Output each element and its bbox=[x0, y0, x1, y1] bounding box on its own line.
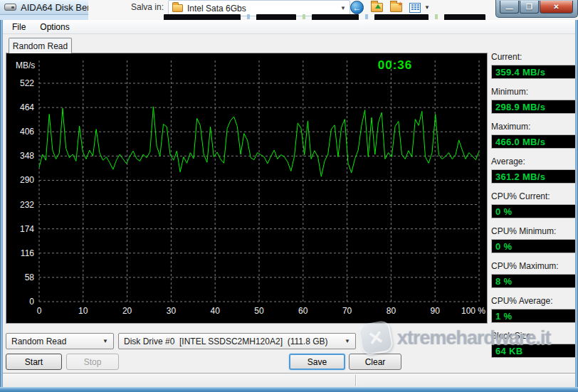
screen: Salva in: Intel Sata 6Gbs ▼ ← ✶ ▼ AIDA64… bbox=[0, 0, 578, 392]
stat-label: CPU% Minimum: bbox=[491, 226, 576, 237]
stat-value: 8 % bbox=[491, 274, 576, 288]
stat-cpu-minimum: CPU% Minimum: 0 % bbox=[491, 226, 576, 253]
window-title: AIDA64 Disk Bench bbox=[21, 2, 88, 13]
test-type-value: Random Read bbox=[11, 337, 66, 346]
stat-label: Minimum: bbox=[491, 87, 576, 97]
chart-y-axis-unit: MB/s bbox=[16, 60, 35, 70]
menu-options[interactable]: Options bbox=[35, 21, 74, 33]
stat-label: Current: bbox=[491, 52, 576, 63]
stat-label: CPU% Average: bbox=[491, 296, 576, 307]
chevron-down-icon[interactable]: ▼ bbox=[342, 335, 353, 347]
stat-average: Average: 361.2 MB/s bbox=[491, 157, 576, 184]
up-arrow-icon bbox=[375, 4, 381, 9]
disk-drive-icon bbox=[4, 4, 16, 11]
stat-label: Maximum: bbox=[491, 122, 576, 132]
folder-icon bbox=[172, 4, 183, 12]
status-bar-divider bbox=[355, 375, 357, 386]
maximize-button[interactable]: ❐ bbox=[520, 1, 539, 14]
svg-text:60: 60 bbox=[298, 306, 308, 316]
window-border-bottom bbox=[0, 387, 578, 392]
save-dialog-toolbar: ← ✶ ▼ bbox=[350, 1, 430, 14]
stat-cpu-average: CPU% Average: 1 % bbox=[491, 296, 576, 323]
window-controls: — ❐ ✕ bbox=[495, 0, 578, 18]
view-menu-arrow-icon[interactable]: ▼ bbox=[424, 4, 430, 11]
window-top-border bbox=[0, 15, 88, 20]
svg-text:10: 10 bbox=[78, 306, 88, 316]
svg-text:290: 290 bbox=[20, 175, 34, 185]
svg-text:30: 30 bbox=[167, 306, 177, 316]
view-menu-icon[interactable] bbox=[409, 3, 421, 13]
close-button[interactable]: ✕ bbox=[540, 1, 573, 14]
save-in-label: Salva in: bbox=[117, 2, 164, 12]
stat-cpu-maximum: CPU% Maximum: 8 % bbox=[491, 261, 576, 288]
back-icon[interactable]: ← bbox=[350, 1, 364, 14]
disk-drive-dropdown[interactable]: Disk Drive #0 [INTEL SSDSC2MH120A2] (111… bbox=[118, 333, 356, 349]
stat-block-size: Block Size: 64 KB bbox=[491, 331, 576, 358]
svg-text:80: 80 bbox=[387, 306, 396, 316]
test-type-dropdown[interactable]: Random Read ▼ bbox=[6, 333, 114, 349]
background-save-dialog: Salva in: Intel Sata 6Gbs ▼ ← ✶ ▼ AIDA64… bbox=[0, 0, 578, 20]
menu-file[interactable]: File bbox=[7, 21, 31, 33]
benchmark-chart-panel: 0102030405060708090100 %0581161742322903… bbox=[6, 53, 488, 324]
svg-text:100 %: 100 % bbox=[461, 306, 485, 316]
file-thumbnails-strip bbox=[164, 14, 497, 20]
svg-text:70: 70 bbox=[342, 306, 352, 316]
stat-value: 64 KB bbox=[491, 344, 576, 358]
svg-text:50: 50 bbox=[254, 306, 264, 316]
menu-bar: File Options bbox=[3, 20, 575, 34]
stop-button[interactable]: Stop bbox=[66, 354, 119, 370]
svg-text:0: 0 bbox=[29, 297, 34, 307]
stat-current: Current: 359.4 MB/s bbox=[491, 52, 576, 79]
up-one-level-icon[interactable] bbox=[371, 3, 383, 12]
stat-minimum: Minimum: 298.9 MB/s bbox=[491, 87, 576, 114]
svg-text:90: 90 bbox=[431, 306, 441, 316]
svg-text:406: 406 bbox=[20, 127, 34, 137]
chevron-down-icon[interactable]: ▼ bbox=[340, 5, 346, 11]
svg-text:116: 116 bbox=[21, 248, 34, 258]
svg-text:20: 20 bbox=[122, 306, 132, 316]
stat-maximum: Maximum: 466.0 MB/s bbox=[491, 122, 576, 149]
chart: 0102030405060708090100 %0581161742322903… bbox=[6, 53, 487, 323]
elapsed-timer: 00:36 bbox=[352, 58, 438, 73]
disk-drive-value: Disk Drive #0 [INTEL SSDSC2MH120A2] (111… bbox=[124, 337, 328, 346]
stat-value: 0 % bbox=[491, 204, 576, 218]
svg-text:232: 232 bbox=[20, 200, 34, 210]
clear-button[interactable]: Clear bbox=[349, 354, 401, 370]
svg-text:174: 174 bbox=[20, 224, 34, 234]
svg-text:522: 522 bbox=[20, 78, 34, 88]
tab-random-read[interactable]: Random Read bbox=[9, 38, 72, 53]
svg-text:40: 40 bbox=[211, 306, 221, 316]
sparkle-icon: ✶ bbox=[397, 1, 403, 8]
stat-label: Block Size: bbox=[491, 331, 576, 341]
minimize-button[interactable]: — bbox=[500, 1, 519, 14]
stat-value: 298.9 MB/s bbox=[491, 100, 576, 114]
stat-cpu-current: CPU% Current: 0 % bbox=[491, 191, 576, 218]
stat-label: Average: bbox=[491, 157, 576, 167]
svg-text:464: 464 bbox=[20, 102, 34, 112]
svg-text:0: 0 bbox=[37, 306, 42, 316]
stat-value: 0 % bbox=[491, 239, 576, 253]
chevron-down-icon[interactable]: ▼ bbox=[100, 335, 111, 347]
status-bar bbox=[3, 373, 575, 387]
svg-text:58: 58 bbox=[25, 272, 35, 282]
stat-label: CPU% Current: bbox=[491, 191, 576, 202]
svg-text:348: 348 bbox=[20, 151, 34, 161]
new-folder-icon[interactable]: ✶ bbox=[390, 3, 402, 12]
stat-value: 361.2 MB/s bbox=[491, 169, 576, 184]
stat-value: 1 % bbox=[491, 309, 576, 323]
stat-value: 359.4 MB/s bbox=[491, 65, 576, 79]
save-button[interactable]: Save bbox=[289, 354, 345, 370]
aida-titlebar-fragment[interactable]: AIDA64 Disk Bench bbox=[0, 0, 88, 15]
stat-label: CPU% Maximum: bbox=[491, 261, 576, 272]
start-button[interactable]: Start bbox=[6, 354, 62, 370]
save-location-value: Intel Sata 6Gbs bbox=[187, 4, 246, 14]
chart-canvas: 0102030405060708090100 %0581161742322903… bbox=[6, 53, 487, 323]
stat-value: 466.0 MB/s bbox=[491, 134, 576, 149]
